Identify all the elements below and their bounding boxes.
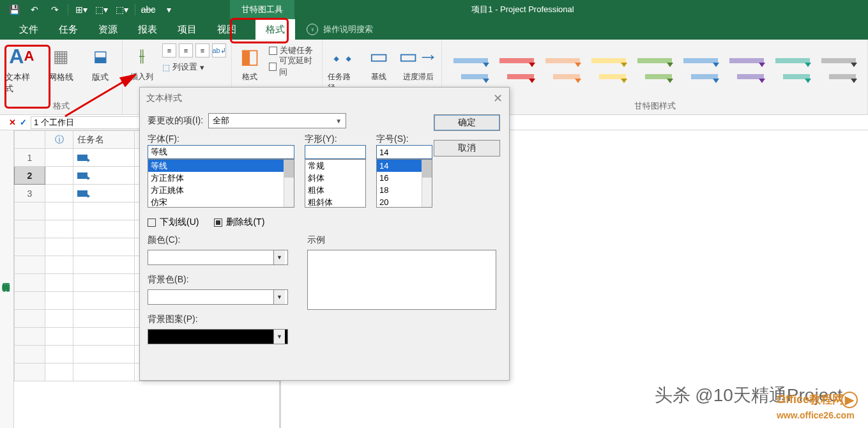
list-option[interactable]: 粗斜体 xyxy=(305,196,365,208)
ok-button[interactable]: 确定 xyxy=(434,114,500,131)
list-option[interactable]: 等线 xyxy=(148,160,294,172)
tab-view[interactable]: 视图 xyxy=(207,19,247,40)
layout-icon: ⬓ xyxy=(88,43,113,69)
font-listbox[interactable]: 等线方正舒体方正姚体仿宋 xyxy=(148,159,294,208)
slippage-button[interactable]: ▭→ 进度滞后 xyxy=(400,43,436,82)
wrap-text-icon[interactable]: ab↲ xyxy=(212,43,226,57)
ribbon-tabs: 文件 任务 资源 报表 项目 视图 格式 ♀ 操作说明搜索 xyxy=(0,19,868,40)
list-option[interactable]: 方正姚体 xyxy=(148,184,294,196)
save-icon[interactable]: 💾 xyxy=(5,3,23,17)
list-option[interactable]: 方正舒体 xyxy=(148,172,294,184)
sample-preview xyxy=(307,250,496,310)
slack-checkbox[interactable]: 可宽延时间 xyxy=(269,59,317,73)
tab-file[interactable]: 文件 xyxy=(9,19,49,40)
align-left-icon[interactable]: ≡ xyxy=(162,43,176,57)
item-to-change-select[interactable]: 全部▼ xyxy=(208,113,346,128)
strikethrough-checkbox[interactable]: 删除线(T) xyxy=(214,217,264,228)
col-name[interactable]: 任务名 xyxy=(73,131,135,149)
context-tool-header: 甘特图工具 xyxy=(230,0,294,19)
baseline-icon: ▭ xyxy=(366,43,392,69)
dialog-title: 文本样式 xyxy=(146,93,182,104)
item-to-change-label: 要更改的项(I): xyxy=(148,115,203,126)
color-select[interactable]: ▼ xyxy=(148,250,288,265)
progress-icon: ▭→ xyxy=(406,43,431,69)
bgpattern-label: 背景图案(P): xyxy=(148,314,288,325)
column-settings-button[interactable]: ⬚ 列设置 ▾ xyxy=(162,60,226,74)
qat-item[interactable]: ⊞▾ xyxy=(72,3,90,17)
color-label: 颜色(C): xyxy=(148,234,288,246)
quick-access-toolbar: 💾 ↶ ↷ ⊞▾ ⬚▾ ⬚▾ abc ▾ xyxy=(0,3,178,17)
format-icon: ◧ xyxy=(237,43,263,69)
tab-task[interactable]: 任务 xyxy=(49,19,88,40)
cancel-icon[interactable]: ✕ xyxy=(9,118,16,127)
gantt-style-chip[interactable] xyxy=(497,49,537,88)
chevron-down-icon: ▼ xyxy=(273,290,285,304)
gantt-style-chip[interactable] xyxy=(543,49,582,88)
list-option[interactable]: 仿宋 xyxy=(148,196,294,208)
tab-project[interactable]: 项目 xyxy=(167,19,207,40)
chevron-down-icon: ▼ xyxy=(273,330,285,344)
text-styles-button[interactable]: AA 文本样式 xyxy=(5,43,38,95)
insert-col-icon: ⫲ xyxy=(129,43,155,69)
bgcolor-label: 背景色(B): xyxy=(148,274,288,286)
tab-resource[interactable]: 资源 xyxy=(88,19,128,40)
underline-checkbox[interactable]: 下划线(U) xyxy=(148,217,199,228)
bgpattern-select[interactable]: ▼ xyxy=(148,329,288,344)
gantt-style-chip[interactable] xyxy=(451,49,491,88)
view-sidebar-label[interactable]: 含日程表的甘特图 xyxy=(0,130,14,428)
gantt-style-chip[interactable] xyxy=(589,49,628,88)
text-styles-icon: AA xyxy=(9,43,34,69)
qat-more-icon[interactable]: ▾ xyxy=(160,3,178,17)
list-option[interactable]: 常规 xyxy=(305,160,365,172)
settings-icon: ⬚ xyxy=(162,63,170,72)
qat-item[interactable]: ⬚▾ xyxy=(113,3,131,17)
tell-me-search[interactable]: ♀ 操作说明搜索 xyxy=(307,19,373,40)
bulb-icon: ♀ xyxy=(307,24,318,35)
qat-item[interactable]: abc xyxy=(139,3,157,17)
align-center-icon[interactable]: ≡ xyxy=(179,43,193,57)
close-icon[interactable]: ✕ xyxy=(493,91,503,105)
size-label: 字号(S): xyxy=(376,134,432,145)
redo-icon[interactable]: ↷ xyxy=(46,3,64,17)
watermark-logo: Office教程网▶ www.office26.com xyxy=(777,392,858,422)
style-listbox[interactable]: 常规斜体粗体粗斜体 xyxy=(305,159,366,208)
qat-item[interactable]: ⬚▾ xyxy=(93,3,110,17)
list-option[interactable]: 粗体 xyxy=(305,184,365,196)
gantt-style-chip[interactable] xyxy=(727,49,766,88)
font-label: 字体(F): xyxy=(148,134,294,145)
cancel-button[interactable]: 取消 xyxy=(434,140,500,157)
task-path-button[interactable]: ⬩⬩ 任务路径 xyxy=(328,43,357,93)
font-input[interactable] xyxy=(148,145,294,159)
style-label: 字形(Y): xyxy=(305,134,366,145)
chevron-down-icon: ▼ xyxy=(273,250,285,264)
title-bar: 💾 ↶ ↷ ⊞▾ ⬚▾ ⬚▾ abc ▾ 项目1 - Project Profe… xyxy=(0,0,868,19)
bgcolor-select[interactable]: ▼ xyxy=(148,289,288,305)
baseline-button[interactable]: ▭ 基线 xyxy=(366,43,392,82)
sample-label: 示例 xyxy=(307,234,496,246)
logo-icon: ▶ xyxy=(841,392,858,408)
col-info[interactable]: ⓘ xyxy=(45,131,73,149)
format-button[interactable]: ◧ 格式 xyxy=(237,43,263,82)
style-input[interactable] xyxy=(305,145,366,159)
size-listbox[interactable]: 14161820 xyxy=(376,159,432,208)
list-option[interactable]: 斜体 xyxy=(305,172,365,184)
grid-icon: ▦ xyxy=(49,43,74,69)
chevron-down-icon: ▼ xyxy=(335,118,342,125)
gantt-style-chip[interactable] xyxy=(635,49,674,88)
gantt-style-chip[interactable] xyxy=(819,49,858,88)
gantt-style-chip[interactable] xyxy=(773,49,812,88)
align-right-icon[interactable]: ≡ xyxy=(195,43,209,57)
confirm-icon[interactable]: ✓ xyxy=(20,118,27,127)
undo-icon[interactable]: ↶ xyxy=(26,3,43,17)
text-styles-dialog: 文本样式 ✕ 确定 取消 要更改的项(I): 全部▼ 字体(F): 等线方正舒体… xyxy=(139,87,510,381)
annotation-arrow-icon xyxy=(59,72,148,123)
tab-report[interactable]: 报表 xyxy=(128,19,167,40)
tab-format[interactable]: 格式 xyxy=(255,19,295,40)
size-input[interactable] xyxy=(376,145,432,159)
gantt-style-chip[interactable] xyxy=(681,49,720,88)
task-path-icon: ⬩⬩ xyxy=(330,43,355,69)
